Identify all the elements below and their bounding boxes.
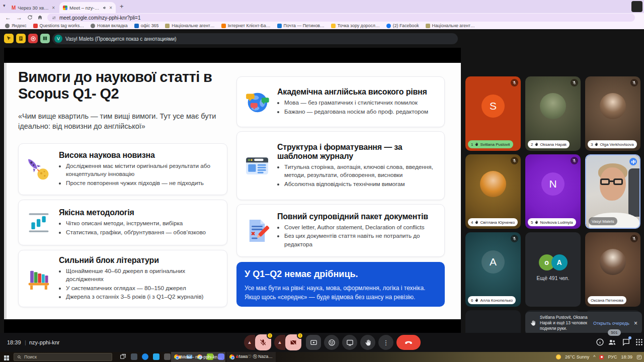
callout-line: Якщо щось «середнє» — буде відмова без ш…	[245, 293, 437, 302]
browser-tab-meet-active[interactable]: Meet – nzy-pphi-knr ×	[59, 2, 116, 13]
bookmark-item[interactable]: Новая вкладка	[91, 23, 128, 28]
reload-icon[interactable]	[27, 15, 33, 20]
bookmark-item[interactable]: Національне агент…	[165, 23, 214, 28]
card-title: Структура і форматування — за шаблоном ж…	[277, 143, 428, 161]
windows-logo-icon	[4, 355, 10, 361]
windows-taskbar: Поиск Meet – nzy-pphi-knr… Мама♡ Ⓝ Nazar…	[0, 352, 644, 362]
camera-warning-badge: !	[297, 332, 303, 339]
browser-window-icon	[243, 152, 271, 179]
tab-close-icon[interactable]: ×	[109, 5, 112, 11]
open-queue-link[interactable]: Открыть очередь	[593, 321, 629, 326]
browser-tab-strip: ▾ M Через 30 хвилин починаються… × Meet …	[0, 0, 644, 13]
more-options-button[interactable]: ⋮	[378, 335, 393, 350]
participant-tile-svitlana-yurchenko[interactable]: 4 Світлана Юрченко	[465, 154, 521, 229]
taskbar-window-other[interactable]: Мама♡ Ⓝ Nazar [31…	[226, 352, 276, 362]
avatar: N	[541, 172, 565, 196]
tab-search-icon[interactable]: ▾	[3, 3, 6, 8]
app-icon-gray[interactable]	[164, 353, 171, 360]
chrome-icon	[229, 354, 234, 359]
participant-tile-novikova-ludmyla[interactable]: N 5 Novikova Ludmyla	[525, 154, 581, 229]
task-view-icon[interactable]	[120, 353, 126, 360]
mic-off-icon	[511, 157, 518, 164]
camera-toggle-button-off[interactable]: !	[285, 334, 301, 350]
weather-sun-icon[interactable]	[556, 354, 561, 359]
bookmark-item[interactable]: Почта — Петинов…	[277, 23, 325, 28]
speaker-audio-icon	[629, 158, 637, 165]
slide-subtitle: «Чим вище квартиль — тим вищі вимоги. Ту…	[18, 111, 246, 132]
participant-tile-olga-verkhovtsova[interactable]: 3 Olga Verkhovtsova	[585, 76, 640, 151]
site-settings-icon[interactable]	[52, 16, 56, 20]
annotation-notes-button[interactable]	[16, 34, 26, 43]
avatar: A	[481, 250, 505, 274]
presentation-stage[interactable]: Вимоги до наукової статті в Scopus Q1- Q…	[4, 48, 461, 333]
bookmark-favicon	[277, 24, 282, 28]
toast-close-icon[interactable]: ×	[634, 320, 637, 327]
dictionary-button[interactable]	[40, 34, 50, 43]
taskbar-search-box[interactable]: Поиск	[14, 353, 112, 361]
bookmark-item[interactable]: офіс 365	[134, 23, 159, 28]
reactions-button[interactable]	[324, 335, 339, 350]
bookmark-favicon	[91, 24, 95, 28]
tab-close-icon[interactable]: ×	[52, 5, 55, 11]
raise-hand-button[interactable]	[360, 335, 375, 350]
bookmark-item[interactable]: Точка зору доросл…	[331, 23, 380, 28]
card-bullets: Мова — без граматичних і стилістичних по…	[277, 99, 428, 115]
browser-profile-button[interactable]	[631, 1, 642, 12]
annotation-cursor-button[interactable]	[4, 34, 14, 43]
weather-text[interactable]: 26°C Sunny	[565, 354, 589, 359]
mic-options-chevron[interactable]: ▲	[244, 335, 255, 350]
bookmark-favicon	[221, 24, 226, 28]
participant-tile-alla-konopelko[interactable]: A 6 Алла Конопелько	[465, 232, 521, 307]
meeting-code: nzy-pphi-knr	[29, 339, 60, 345]
telegram-icon[interactable]	[153, 353, 159, 360]
record-indicator-button[interactable]	[28, 34, 38, 43]
taskbar-window-meet[interactable]: Meet – nzy-pphi-knr…	[171, 352, 225, 362]
keyboard-language[interactable]: РУС	[608, 354, 617, 359]
present-button[interactable]	[342, 335, 357, 350]
mic-toggle-button-muted[interactable]: !	[255, 334, 271, 350]
card-title: Сильний блок літератури	[59, 256, 221, 265]
notification-center-icon[interactable]	[636, 354, 642, 360]
overflow-participants-tile[interactable]: o A Ещё 491 чел.	[525, 232, 581, 307]
outlook-icon[interactable]	[142, 353, 148, 360]
raised-hand-icon	[534, 220, 538, 224]
start-button[interactable]	[4, 354, 10, 362]
participant-tile-svitlana-pustovit[interactable]: S 1 Svitlana Pustovit	[465, 76, 521, 151]
card-methodology: Якісна методологія Чітко описані методи,…	[18, 200, 227, 245]
participants-button[interactable]	[608, 338, 616, 348]
tab-audio-icon[interactable]	[103, 6, 107, 10]
participant-tile-vasyl-malets-speaking[interactable]: Vasyl Malets	[585, 154, 640, 229]
end-call-button[interactable]	[396, 335, 421, 350]
bookmark-item[interactable]: Інтернет Клієнт-Ба…	[221, 23, 271, 28]
tab-title: Через 30 хвилин починаються…	[18, 5, 50, 11]
bookmark-item[interactable]: Національне агент…	[426, 23, 475, 28]
tray-app-icon[interactable]	[599, 355, 604, 359]
bookmark-item[interactable]: Яндекс	[5, 23, 27, 28]
tray-expand-caret[interactable]: ^	[593, 354, 595, 359]
participant-label: 4 Світлана Юрченко	[468, 218, 518, 226]
participant-tile-oksana-hapak[interactable]: 2 Oksana Hapak	[525, 76, 581, 151]
overflow-avatars: o A	[525, 254, 581, 270]
chat-button[interactable]	[622, 338, 630, 348]
mic-off-icon	[630, 235, 638, 242]
callout-line: Усе має бути на рівні: наука, мова, офор…	[245, 284, 437, 293]
screen-share-button[interactable]	[306, 335, 321, 350]
home-icon[interactable]	[37, 15, 43, 20]
address-bar[interactable]: meet.google.com/nzy-pphi-knr?pli=1	[47, 14, 635, 22]
bookmark-item[interactable]: (2) Facebook	[386, 23, 419, 28]
browser-tab-gmail[interactable]: M Через 30 хвилин починаються… ×	[8, 2, 58, 13]
new-tab-button[interactable]: +	[120, 3, 124, 10]
app-icon-dark[interactable]	[131, 353, 137, 360]
activities-button[interactable]	[635, 338, 643, 348]
callout-box: У Q1–Q2 немає дрібниць. Усе має бути на …	[236, 262, 445, 307]
taskbar-clock[interactable]: 18:39	[621, 354, 632, 359]
bookmark-favicon	[5, 24, 10, 28]
meeting-info-button[interactable]	[596, 338, 604, 348]
camera-options-chevron[interactable]: ▲	[274, 335, 285, 350]
bookmark-item[interactable]: Questions tag works…	[33, 23, 85, 28]
participant-tile-oksana-petinova[interactable]: Оксана Петинова	[585, 232, 640, 307]
back-icon[interactable]: ←	[5, 14, 11, 21]
document-pencil-icon	[243, 217, 271, 244]
forward-icon[interactable]: →	[16, 14, 22, 21]
participant-label: Оксана Петинова	[588, 296, 626, 304]
